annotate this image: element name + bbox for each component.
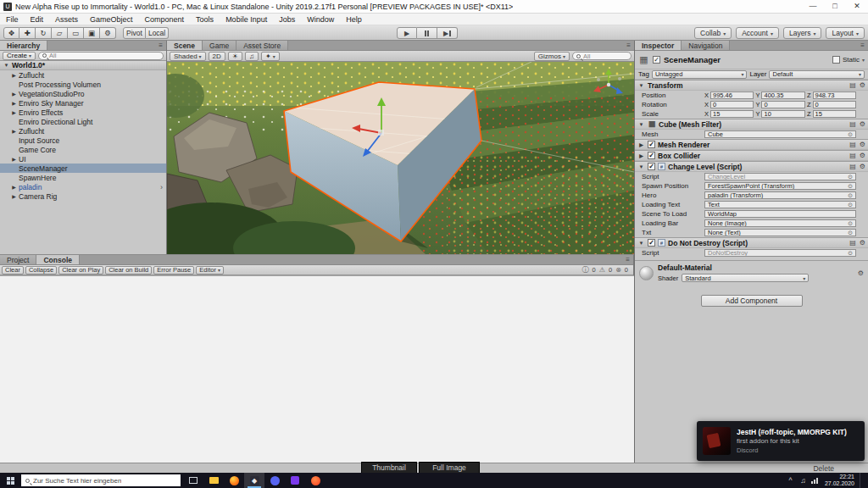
foldout-icon[interactable]: ▶ — [637, 141, 645, 147]
hierarchy-item-scenemanager[interactable]: SceneManager — [0, 164, 166, 173]
move-tool-icon[interactable]: ✚ — [19, 27, 36, 39]
hierarchy-item-enviro-light[interactable]: Enviro Directional Light — [0, 117, 166, 126]
pivot-toggle[interactable]: Pivot — [123, 27, 146, 39]
foldout-icon[interactable]: ▶ — [637, 152, 645, 158]
thumbnail-link[interactable]: Thumbnail — [361, 462, 417, 474]
discord-notification-toast[interactable]: JestH (#off-topic, MMORPG KIT) first add… — [697, 421, 865, 461]
menu-tools[interactable]: Tools — [190, 15, 220, 24]
txt-object-field[interactable]: None (Text)⊙ — [704, 229, 856, 236]
start-button[interactable] — [0, 473, 20, 488]
component-enabled-checkbox[interactable]: ✓ — [648, 163, 655, 170]
hierarchy-item-zuflucht-2[interactable]: ▶Zuflucht — [0, 126, 166, 136]
gear-icon[interactable]: ⚙ — [860, 239, 865, 247]
presets-icon[interactable]: ▤ — [849, 152, 856, 159]
hierarchy-item-game-core[interactable]: Game Core — [0, 145, 166, 154]
editor-dropdown[interactable]: Editor▾ — [196, 266, 224, 274]
tab-console[interactable]: Console — [36, 255, 80, 264]
rotate-tool-icon[interactable]: ↻ — [36, 27, 52, 39]
mesh-filter-component-header[interactable]: ▼ ▦ Cube (Mesh Filter) ▤⚙ — [635, 119, 868, 130]
collapse-toggle[interactable]: Collapse — [25, 266, 57, 274]
foldout-icon[interactable]: ▼ — [3, 63, 10, 68]
panel-menu-icon[interactable]: ≡ — [626, 41, 634, 50]
minimize-button[interactable]: — — [802, 0, 824, 14]
taskbar-search-input[interactable]: Zur Suche Text hier eingeben — [21, 474, 181, 486]
tab-inspector[interactable]: Inspector — [635, 41, 682, 50]
position-x-field[interactable]: 995.46 — [710, 92, 754, 99]
hierarchy-item-spawnhere[interactable]: SpawnHere — [0, 173, 166, 182]
step-button[interactable]: ▶ — [437, 27, 458, 39]
presets-icon[interactable]: ▤ — [849, 120, 856, 128]
foldout-icon[interactable]: ▼ — [637, 122, 645, 127]
scale-tool-icon[interactable]: ▱ — [52, 27, 68, 39]
script-object-field[interactable]: ChangeLevel⊙ — [704, 173, 856, 180]
tab-scene[interactable]: Scene — [167, 41, 203, 50]
error-icon[interactable]: ⊗ — [615, 266, 621, 274]
object-picker-icon[interactable]: ⊙ — [848, 183, 853, 190]
hand-tool-icon[interactable]: ✥ — [3, 27, 19, 39]
account-button[interactable]: Account▾ — [736, 27, 779, 39]
gear-icon[interactable]: ⚙ — [858, 269, 864, 277]
loading-bar-object-field[interactable]: None (Image)⊙ — [704, 219, 856, 227]
tray-expand-icon[interactable]: ^ — [784, 476, 797, 485]
layers-button[interactable]: Layers▾ — [783, 27, 822, 39]
scale-z-field[interactable]: 15 — [813, 110, 856, 118]
spawn-position-object-field[interactable]: ForestSpawnPoint (Transform)⊙ — [704, 182, 856, 190]
scale-y-field[interactable]: 10 — [761, 110, 804, 118]
static-toggle[interactable]: Static ▾ — [832, 56, 865, 64]
component-enabled-checkbox[interactable]: ✓ — [648, 239, 655, 247]
tab-project[interactable]: Project — [0, 255, 36, 264]
rotation-x-field[interactable]: 0 — [710, 101, 754, 108]
loading-text-object-field[interactable]: Text⊙ — [704, 201, 856, 208]
lighting-toggle-icon[interactable]: ☀ — [228, 52, 242, 61]
gear-icon[interactable]: ⚙ — [860, 163, 865, 170]
foldout-icon[interactable]: ▶ — [10, 193, 18, 199]
brave-button[interactable] — [305, 473, 326, 488]
menu-window[interactable]: Window — [301, 15, 340, 24]
collab-button[interactable]: Collab▾ — [694, 27, 732, 39]
tab-asset-store[interactable]: Asset Store — [236, 41, 288, 50]
object-picker-icon[interactable]: ⊙ — [848, 230, 853, 236]
change-level-component-header[interactable]: ▼ ✓ # Change Level (Script) ▤⚙ — [635, 161, 868, 172]
menu-file[interactable]: File — [0, 15, 25, 24]
component-enabled-checkbox[interactable]: ✓ — [648, 152, 655, 159]
hierarchy-item-camera-rig[interactable]: ▶Camera Rig — [0, 191, 166, 201]
panel-menu-icon[interactable]: ≡ — [860, 41, 868, 50]
object-picker-icon[interactable]: ⊙ — [848, 192, 853, 199]
foldout-icon[interactable]: ▶ — [10, 91, 18, 97]
foldout-icon[interactable]: ▶ — [10, 184, 18, 190]
error-pause-toggle[interactable]: Error Pause — [153, 266, 194, 274]
network-icon[interactable] — [810, 478, 820, 484]
layer-dropdown[interactable]: Default▾ — [769, 70, 865, 79]
foldout-icon[interactable]: ▼ — [637, 164, 645, 169]
menu-assets[interactable]: Assets — [49, 15, 84, 24]
mesh-renderer-component-header[interactable]: ▶ ✓ Mesh Renderer ▤⚙ — [635, 139, 868, 150]
discord-button[interactable] — [264, 473, 285, 488]
object-picker-icon[interactable]: ⊙ — [848, 131, 853, 138]
play-button[interactable]: ▶ — [397, 27, 417, 39]
hierarchy-item-ui[interactable]: ▶UI — [0, 154, 166, 164]
audio-toggle-icon[interactable]: ♫ — [245, 52, 259, 61]
layout-button[interactable]: Layout▾ — [826, 27, 865, 39]
gear-icon[interactable]: ⚙ — [860, 152, 865, 159]
script-object-field[interactable]: DoNotDestroy⊙ — [704, 249, 856, 257]
menu-jobs[interactable]: Jobs — [273, 15, 301, 24]
rotation-y-field[interactable]: 0 — [761, 101, 804, 108]
action-center-button[interactable] — [860, 473, 868, 488]
shading-mode-dropdown[interactable]: Shaded▾ — [170, 52, 206, 61]
gear-icon[interactable]: ⚙ — [860, 120, 865, 128]
custom-tool-icon[interactable]: ⚙ — [100, 27, 116, 39]
unity-taskbar-button[interactable]: ◆ — [244, 473, 264, 488]
scene-header-row[interactable]: ▼ World1.0* — [0, 61, 166, 70]
tab-hierarchy[interactable]: Hierarchy — [0, 41, 47, 50]
material-preview-strip[interactable]: Default-Material Shader Standard▾ ⚙ — [635, 260, 868, 285]
object-picker-icon[interactable]: ⊙ — [848, 202, 853, 208]
delete-link[interactable]: Delete — [813, 464, 834, 473]
hierarchy-item-enviro-sky[interactable]: ▶Enviro Sky Manager — [0, 98, 166, 108]
full-image-link[interactable]: Full Image — [419, 462, 480, 474]
object-picker-icon[interactable]: ⊙ — [848, 174, 853, 180]
static-checkbox[interactable] — [832, 56, 840, 64]
menu-component[interactable]: Component — [139, 15, 191, 24]
gear-icon[interactable]: ⚙ — [860, 81, 865, 89]
console-log-area[interactable] — [0, 275, 634, 463]
2d-toggle[interactable]: 2D — [209, 52, 225, 61]
